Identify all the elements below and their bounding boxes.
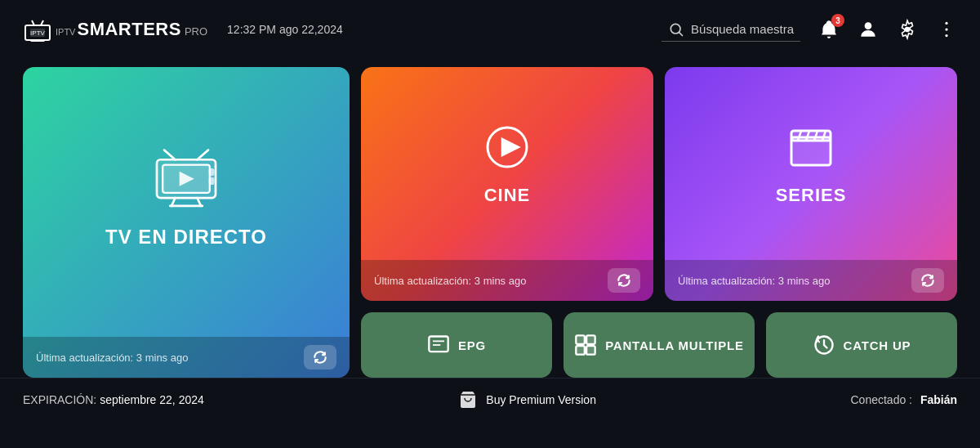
logo-container: IPTV IPTV SMARTERS PRO <box>23 17 207 42</box>
svg-rect-33 <box>429 337 448 352</box>
header-right: Búsqueda maestra 3 <box>662 18 957 42</box>
svg-rect-39 <box>586 346 595 355</box>
more-menu-button[interactable] <box>936 19 957 40</box>
expiry-date: septiembre 22, 2024 <box>100 393 204 406</box>
notification-badge: 3 <box>831 14 844 27</box>
tv-icon <box>149 147 223 216</box>
epg-card[interactable]: EPG <box>361 312 552 378</box>
series-card-footer: Última actualización: 3 mins ago <box>665 260 957 301</box>
cine-icon <box>481 121 533 177</box>
header: IPTV IPTV SMARTERS PRO 12:32 PM ago 22,2… <box>0 0 980 59</box>
series-update-text: Última actualización: 3 mins ago <box>678 275 830 287</box>
cine-refresh-button[interactable] <box>608 268 640 293</box>
svg-rect-20 <box>210 169 214 175</box>
logo-pro: PRO <box>185 25 207 38</box>
epg-icon <box>427 334 450 356</box>
series-label: SERIES <box>776 185 847 206</box>
top-row: CINE Última actualización: 3 mins ago <box>361 67 957 301</box>
svg-rect-36 <box>576 335 585 344</box>
gear-icon <box>897 19 918 40</box>
cine-card-footer: Última actualización: 3 mins ago <box>361 260 653 301</box>
svg-point-14 <box>945 34 947 37</box>
svg-marker-26 <box>502 139 519 155</box>
svg-point-11 <box>905 27 911 33</box>
main-content: TV EN DIRECTO Última actualización: 3 mi… <box>0 59 980 378</box>
svg-line-16 <box>198 150 209 160</box>
logo-iptv: IPTV <box>56 27 75 37</box>
logo-brand: IPTV SMARTERS PRO <box>56 19 207 40</box>
catchup-card[interactable]: CATCH UP <box>766 312 957 378</box>
refresh-icon <box>312 349 328 365</box>
svg-rect-38 <box>576 346 585 355</box>
profile-button[interactable] <box>858 19 879 40</box>
series-icon <box>785 121 837 177</box>
search-icon <box>668 21 684 38</box>
refresh-icon <box>616 272 632 289</box>
datetime: 12:32 PM ago 22,2024 <box>227 23 343 36</box>
right-column: CINE Última actualización: 3 mins ago <box>361 67 957 378</box>
connected-prefix: Conectado : <box>850 393 912 406</box>
tv-refresh-button[interactable] <box>304 345 336 370</box>
grid-icon <box>574 334 597 356</box>
svg-text:IPTV: IPTV <box>30 29 45 37</box>
pantalla-card[interactable]: PANTALLA MULTIPLE <box>564 312 755 378</box>
profile-icon <box>858 19 879 40</box>
svg-point-10 <box>865 22 872 29</box>
buy-premium-label: Buy Premium Version <box>486 393 596 406</box>
svg-rect-21 <box>210 178 214 184</box>
cine-card[interactable]: CINE Última actualización: 3 mins ago <box>361 67 653 301</box>
logo-tv-icon: IPTV <box>23 17 52 42</box>
refresh-icon <box>920 272 936 289</box>
more-icon <box>936 19 957 40</box>
tv-card-footer: Última actualización: 3 mins ago <box>23 337 350 378</box>
series-card[interactable]: SERIES Última actualización: 3 mins ago <box>665 67 957 301</box>
buy-premium-button[interactable]: Buy Premium Version <box>458 390 596 410</box>
connected-user: Fabián <box>920 393 957 406</box>
svg-line-15 <box>164 150 176 160</box>
catchup-label: CATCH UP <box>844 338 911 352</box>
footer-connected: Conectado : Fabián <box>850 393 957 406</box>
svg-line-23 <box>198 198 202 206</box>
footer-expiry: EXPIRACIÓN: septiembre 22, 2024 <box>23 393 204 406</box>
cine-update-text: Última actualización: 3 mins ago <box>374 275 526 287</box>
footer: EXPIRACIÓN: septiembre 22, 2024 Buy Prem… <box>0 378 980 420</box>
logo-smarters: SMARTERS <box>77 19 180 40</box>
header-left: IPTV IPTV SMARTERS PRO 12:32 PM ago 22,2… <box>23 17 343 42</box>
svg-point-12 <box>945 22 947 25</box>
cine-label: CINE <box>484 185 531 206</box>
search-bar[interactable]: Búsqueda maestra <box>662 18 800 42</box>
notification-button[interactable]: 3 <box>818 19 840 40</box>
tv-update-text: Última actualización: 3 mins ago <box>36 352 188 364</box>
tv-directo-label: TV EN DIRECTO <box>105 226 267 249</box>
svg-point-13 <box>945 28 947 30</box>
svg-line-22 <box>172 198 176 206</box>
epg-label: EPG <box>458 338 486 352</box>
series-refresh-button[interactable] <box>911 268 944 293</box>
expiry-prefix: EXPIRACIÓN: <box>23 393 96 406</box>
cart-icon <box>458 390 478 410</box>
search-placeholder: Búsqueda maestra <box>691 22 794 36</box>
bottom-row: EPG PANTALLA MULTIPLE <box>361 312 957 378</box>
catchup-icon <box>813 334 835 356</box>
svg-line-9 <box>679 32 682 35</box>
svg-rect-37 <box>586 335 595 344</box>
tv-directo-card[interactable]: TV EN DIRECTO Última actualización: 3 mi… <box>23 67 350 378</box>
pantalla-label: PANTALLA MULTIPLE <box>605 338 744 352</box>
settings-button[interactable] <box>897 19 918 40</box>
